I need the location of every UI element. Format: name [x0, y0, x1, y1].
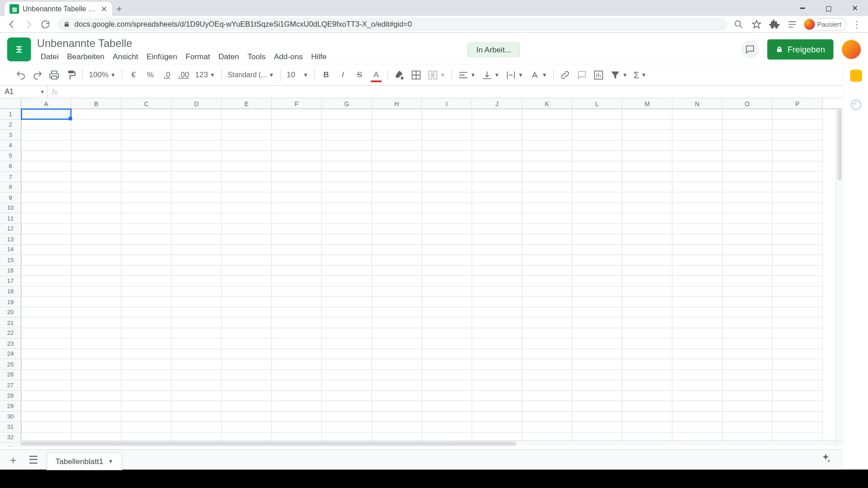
cell[interactable]: [672, 422, 722, 432]
back-button[interactable]: [4, 16, 20, 33]
cell[interactable]: [372, 349, 422, 359]
cell[interactable]: [623, 234, 673, 244]
cell[interactable]: [21, 203, 71, 213]
cell[interactable]: [422, 380, 472, 390]
cell[interactable]: [472, 380, 522, 390]
cell[interactable]: [722, 203, 773, 213]
cell[interactable]: [422, 255, 472, 265]
cell[interactable]: [272, 401, 322, 411]
cell[interactable]: [722, 370, 773, 380]
vertical-scrollbar[interactable]: [836, 109, 843, 446]
cell[interactable]: [472, 119, 522, 130]
cell[interactable]: [372, 286, 422, 297]
cell[interactable]: [472, 401, 522, 411]
insert-chart-button[interactable]: [591, 66, 606, 83]
cell[interactable]: [372, 151, 422, 161]
cell[interactable]: [172, 141, 222, 151]
cell[interactable]: [372, 422, 422, 432]
horizontal-align-button[interactable]: ▼: [456, 70, 478, 80]
cell[interactable]: [71, 172, 122, 182]
cell[interactable]: [672, 390, 722, 401]
row-header[interactable]: 26: [0, 370, 21, 380]
cell[interactable]: [222, 192, 272, 203]
cell[interactable]: [122, 203, 172, 213]
row-header[interactable]: 6: [0, 161, 21, 172]
cell[interactable]: [422, 182, 472, 192]
cell[interactable]: [623, 192, 673, 203]
cell[interactable]: [222, 412, 272, 422]
cell[interactable]: [572, 172, 623, 182]
cell[interactable]: [222, 422, 272, 432]
row-header[interactable]: 15: [0, 255, 21, 265]
redo-button[interactable]: [30, 66, 45, 83]
fill-color-button[interactable]: [392, 66, 407, 83]
cell[interactable]: [773, 161, 823, 172]
cell[interactable]: [21, 234, 71, 244]
cell[interactable]: [172, 203, 222, 213]
cell[interactable]: [222, 318, 272, 328]
cell[interactable]: [722, 130, 773, 140]
cell[interactable]: [572, 109, 623, 119]
zoom-select[interactable]: 100%▼: [86, 70, 118, 80]
cell[interactable]: [21, 412, 71, 422]
cell[interactable]: [122, 255, 172, 265]
cell[interactable]: [522, 265, 572, 276]
cell[interactable]: [222, 203, 272, 213]
cell[interactable]: [623, 338, 673, 349]
cell[interactable]: [272, 119, 322, 130]
cell[interactable]: [472, 224, 522, 234]
cell[interactable]: [172, 401, 222, 411]
cell[interactable]: [71, 192, 122, 203]
cell[interactable]: [522, 307, 572, 318]
cell[interactable]: [572, 276, 623, 286]
cell[interactable]: [372, 401, 422, 411]
cell[interactable]: [21, 318, 71, 328]
cell[interactable]: [572, 130, 623, 140]
cell[interactable]: [272, 307, 322, 318]
cell[interactable]: [272, 130, 322, 140]
cell[interactable]: [21, 359, 71, 370]
cell[interactable]: [172, 338, 222, 349]
row-header[interactable]: 11: [0, 213, 21, 224]
cell[interactable]: [522, 401, 572, 411]
cell[interactable]: [773, 224, 823, 234]
cell[interactable]: [272, 359, 322, 370]
column-header[interactable]: I: [422, 99, 472, 108]
cell[interactable]: [71, 244, 122, 255]
cell[interactable]: [122, 234, 172, 244]
cell[interactable]: [372, 182, 422, 192]
cell[interactable]: [623, 141, 673, 151]
cell[interactable]: [722, 244, 773, 255]
row-header[interactable]: 27: [0, 380, 21, 390]
cell[interactable]: [773, 182, 823, 192]
cell[interactable]: [722, 318, 773, 328]
column-header[interactable]: M: [623, 99, 673, 108]
cell[interactable]: [472, 182, 522, 192]
cell[interactable]: [422, 422, 472, 432]
cell[interactable]: [122, 109, 172, 119]
cell[interactable]: [272, 297, 322, 307]
row-header[interactable]: 22: [0, 328, 21, 338]
cell[interactable]: [623, 213, 673, 224]
cell[interactable]: [372, 234, 422, 244]
row-header[interactable]: 17: [0, 276, 21, 286]
cell[interactable]: [272, 213, 322, 224]
cell[interactable]: [21, 119, 71, 130]
cell[interactable]: [672, 286, 722, 297]
cell[interactable]: [322, 119, 372, 130]
cell[interactable]: [21, 380, 71, 390]
cell[interactable]: [71, 224, 122, 234]
select-all-corner[interactable]: [0, 99, 21, 108]
cell[interactable]: [672, 370, 722, 380]
cell[interactable]: [272, 141, 322, 151]
cell[interactable]: [422, 161, 472, 172]
cell[interactable]: [522, 422, 572, 432]
cell[interactable]: [21, 130, 71, 140]
cell[interactable]: [272, 265, 322, 276]
cell[interactable]: [722, 265, 773, 276]
cell[interactable]: [172, 192, 222, 203]
cell[interactable]: [572, 213, 623, 224]
minimize-button[interactable]: ━: [789, 0, 816, 16]
cell[interactable]: [272, 286, 322, 297]
cell[interactable]: [122, 276, 172, 286]
